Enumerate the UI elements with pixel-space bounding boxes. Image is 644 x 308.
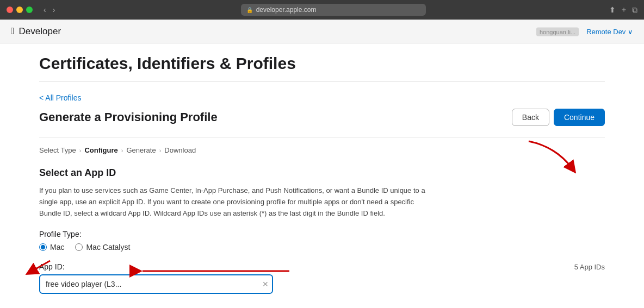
back-button[interactable]: Back: [512, 109, 549, 126]
address-bar[interactable]: 🔒 developer.apple.com: [241, 4, 426, 16]
lock-icon: 🔒: [246, 7, 253, 13]
share-button[interactable]: ⬆: [609, 5, 616, 14]
step-arrow-2: ›: [121, 147, 123, 154]
url-text: developer.apple.com: [256, 6, 317, 14]
app-ids-count: 5 App IDs: [574, 263, 605, 271]
section-title: Generate a Provisioning Profile: [39, 110, 218, 124]
radio-mac-input[interactable]: [39, 243, 47, 251]
radio-mac-label: Mac: [50, 243, 64, 252]
browser-chrome: ‹ › 🔒 developer.apple.com ⬆ ＋ ⧉: [0, 0, 644, 20]
tabs-button[interactable]: ⧉: [632, 5, 637, 15]
all-profiles-link[interactable]: < All Profiles: [39, 93, 81, 102]
apple-logo-icon: : [11, 26, 15, 37]
back-nav-button[interactable]: ‹: [41, 4, 48, 15]
remote-dev-label[interactable]: Remote Dev ∨: [586, 27, 633, 35]
step-arrow-3: ›: [159, 147, 162, 154]
app-id-input-wrapper: ✕: [39, 274, 273, 294]
top-nav:  Developer Remote Dev ∨ hongquan.li...: [0, 20, 644, 43]
page-title: Certificates, Identifiers & Profiles: [39, 54, 605, 82]
step-arrow-1: ›: [79, 147, 82, 154]
browser-actions: ⬆ ＋ ⧉: [609, 5, 637, 15]
page-content: Certificates, Identifiers & Profiles < A…: [23, 43, 621, 308]
steps-breadcrumb: Select Type › Configure › Generate › Dow…: [39, 146, 605, 154]
app-id-section: App ID: 5 App IDs ✕: [39, 262, 605, 294]
maximize-button[interactable]: [26, 7, 33, 13]
close-button[interactable]: [7, 7, 13, 13]
button-group: Back Continue: [512, 109, 605, 126]
browser-nav: ‹ ›: [41, 4, 57, 15]
step-configure: Configure: [84, 146, 117, 154]
radio-group: Mac Mac Catalyst: [39, 243, 605, 252]
app-id-input[interactable]: [39, 274, 273, 294]
brand-label: Developer: [19, 26, 61, 37]
section-header: Generate a Provisioning Profile Back Con…: [39, 109, 605, 126]
user-info: hongquan.li...: [536, 27, 579, 36]
forward-nav-button[interactable]: ›: [51, 4, 58, 15]
profile-type-label: Profile Type:: [39, 230, 605, 238]
description-text: If you plan to use services such as Game…: [39, 185, 431, 219]
radio-mac-catalyst-label: Mac Catalyst: [86, 243, 130, 252]
traffic-lights: [7, 7, 33, 13]
step-select-type: Select Type: [39, 146, 76, 154]
top-nav-right: Remote Dev ∨ hongquan.li...: [586, 27, 633, 35]
minimize-button[interactable]: [16, 7, 23, 13]
divider: [39, 137, 605, 137]
app-id-label: App ID:: [39, 262, 65, 271]
step-generate: Generate: [126, 146, 156, 154]
app-id-header: App ID: 5 App IDs: [39, 262, 605, 271]
radio-mac[interactable]: Mac: [39, 243, 64, 252]
address-bar-container: 🔒 developer.apple.com: [61, 4, 605, 16]
clear-input-icon[interactable]: ✕: [262, 280, 269, 288]
subsection-title: Select an App ID: [39, 167, 605, 179]
new-tab-button[interactable]: ＋: [620, 5, 628, 15]
continue-button[interactable]: Continue: [554, 109, 605, 126]
radio-mac-catalyst-input[interactable]: [75, 243, 83, 251]
radio-mac-catalyst[interactable]: Mac Catalyst: [75, 243, 130, 252]
step-download: Download: [164, 146, 196, 154]
